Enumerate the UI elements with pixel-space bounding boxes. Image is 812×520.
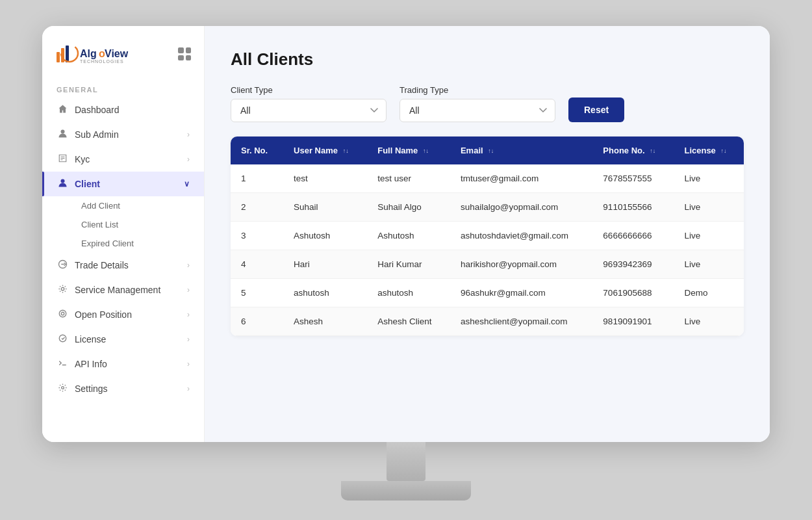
sort-username-icon[interactable]: ↑↓: [343, 148, 349, 154]
chevron-right-icon: ›: [187, 285, 190, 294]
sidebar-item-license[interactable]: License ›: [42, 327, 204, 352]
sidebar-sub-item-expired-client[interactable]: Expired Client: [75, 234, 204, 253]
sort-license-icon[interactable]: ↑↓: [720, 148, 726, 154]
cell-license: Live: [674, 222, 744, 250]
settings-icon: [57, 383, 68, 395]
page-title: All Clients: [231, 49, 744, 70]
sort-phone-icon[interactable]: ↑↓: [650, 148, 655, 154]
table-row[interactable]: 4HariHari Kumarharikishor@yopmail.com969…: [231, 250, 744, 279]
table-row[interactable]: 1testtest usertmtuser@gmail.com767855755…: [231, 164, 744, 193]
cell-email: asheshclient@yopmail.com: [450, 307, 592, 336]
client-type-filter: Client Type All Live Demo: [231, 85, 387, 122]
client-type-select[interactable]: All Live Demo: [231, 99, 387, 122]
cell-sr_no: 6: [231, 307, 283, 336]
reset-button[interactable]: Reset: [568, 98, 624, 122]
trading-type-select[interactable]: All Intraday Delivery: [400, 99, 555, 122]
main-content: All Clients Client Type All Live Demo Tr…: [205, 26, 770, 442]
trade-icon: [57, 259, 68, 271]
cell-email: suhailalgo@yopmail.com: [450, 193, 592, 222]
chevron-right-icon: ›: [187, 130, 190, 139]
cell-sr_no: 2: [231, 193, 283, 222]
kyc-icon: [57, 153, 68, 165]
cell-user_name: ashutosh: [283, 279, 367, 307]
table-row[interactable]: 3AshutoshAshutoshashutoshdaviet@gmail.co…: [231, 222, 744, 250]
position-icon: [57, 309, 68, 320]
svg-point-8: [60, 130, 64, 134]
chevron-right-icon: ›: [187, 335, 190, 344]
chevron-right-icon: ›: [187, 384, 190, 393]
cell-user_name: Ashesh: [283, 307, 367, 336]
svg-text:Alg: Alg: [80, 48, 97, 59]
svg-point-16: [61, 312, 64, 315]
sidebar-item-service-management[interactable]: Service Management ›: [42, 278, 204, 302]
sort-fullname-icon[interactable]: ↑↓: [423, 148, 429, 154]
svg-point-18: [61, 387, 64, 389]
sort-email-icon[interactable]: ↑↓: [488, 148, 494, 154]
col-email: Email ↑↓: [450, 136, 592, 164]
svg-rect-2: [66, 46, 69, 62]
table-row[interactable]: 6AsheshAshesh Clientasheshclient@yopmail…: [231, 307, 744, 336]
sidebar-item-label: Settings: [75, 384, 108, 394]
chevron-right-icon: ›: [187, 261, 190, 270]
cell-license: Live: [674, 164, 744, 193]
cell-user_name: Suhail: [283, 193, 367, 222]
sidebar-sub-item-add-client[interactable]: Add Client: [75, 196, 204, 215]
cell-full_name: Hari Kumar: [367, 250, 450, 279]
sidebar-item-label: Trade Details: [75, 260, 129, 270]
cell-full_name: test user: [367, 164, 450, 193]
cell-email: 96ashukr@gmail.com: [450, 279, 592, 307]
trading-type-label: Trading Type: [400, 85, 555, 95]
sidebar-item-label: Service Management: [75, 285, 160, 295]
cell-user_name: test: [283, 164, 367, 193]
grid-icon[interactable]: [178, 47, 191, 60]
sidebar-item-settings[interactable]: Settings ›: [42, 376, 204, 401]
cell-user_name: Ashutosh: [283, 222, 367, 250]
cell-full_name: Ashutosh: [367, 222, 450, 250]
sidebar-item-open-position[interactable]: Open Position ›: [42, 302, 204, 327]
table-body: 1testtest usertmtuser@gmail.com767855755…: [231, 164, 744, 336]
client-icon: [57, 178, 68, 190]
col-phone: Phone No. ↑↓: [592, 136, 674, 164]
logo-area: Alg o View TECHNOLOGIES: [42, 26, 204, 79]
cell-sr_no: 1: [231, 164, 283, 193]
sidebar-sub-item-client-list[interactable]: Client List: [75, 215, 204, 234]
cell-sr_no: 5: [231, 279, 283, 307]
sidebar: Alg o View TECHNOLOGIES GENERAL Dashboar: [42, 26, 205, 442]
sidebar-section-general: GENERAL: [42, 79, 204, 98]
table-header-row: Sr. No. User Name ↑↓ Full Name ↑↓: [231, 136, 744, 164]
cell-email: ashutoshdaviet@gmail.com: [450, 222, 592, 250]
cell-sr_no: 4: [231, 250, 283, 279]
sidebar-item-dashboard[interactable]: Dashboard: [42, 98, 204, 122]
sidebar-item-label: Sub Admin: [75, 129, 119, 140]
client-submenu: Add Client Client List Expired Client: [42, 196, 204, 253]
sidebar-item-client[interactable]: Client ∨: [42, 172, 204, 196]
col-sr-no: Sr. No.: [231, 136, 283, 164]
cell-phone_no: 9693942369: [592, 250, 674, 279]
chevron-right-icon: ›: [187, 310, 190, 319]
license-icon: [57, 333, 68, 345]
chevron-right-icon: ›: [187, 359, 190, 369]
sidebar-item-label: API Info: [75, 359, 107, 369]
sidebar-item-label: Kyc: [75, 154, 90, 164]
cell-full_name: Ashesh Client: [367, 307, 450, 336]
cell-full_name: ashutosh: [367, 279, 450, 307]
user-icon: [57, 129, 68, 140]
sidebar-item-kyc[interactable]: Kyc ›: [42, 147, 204, 172]
cell-phone_no: 9110155566: [592, 193, 674, 222]
sidebar-item-trade-details[interactable]: Trade Details ›: [42, 253, 204, 278]
cell-email: tmtuser@gmail.com: [450, 164, 592, 193]
cell-license: Live: [674, 193, 744, 222]
table-row[interactable]: 5ashutoshashutosh96ashukr@gmail.com70619…: [231, 279, 744, 307]
logo: Alg o View TECHNOLOGIES: [55, 40, 140, 68]
col-license: License ↑↓: [674, 136, 744, 164]
table-row[interactable]: 2SuhailSuhail Algosuhailalgo@yopmail.com…: [231, 193, 744, 222]
svg-rect-0: [57, 52, 60, 62]
svg-point-12: [60, 179, 64, 183]
sidebar-item-label: Open Position: [75, 309, 132, 320]
cell-license: Demo: [674, 279, 744, 307]
cell-phone_no: 7678557555: [592, 164, 674, 193]
sidebar-item-api-info[interactable]: API Info ›: [42, 352, 204, 376]
sidebar-item-sub-admin[interactable]: Sub Admin ›: [42, 122, 204, 147]
cell-email: harikishor@yopmail.com: [450, 250, 592, 279]
svg-point-17: [59, 335, 66, 342]
